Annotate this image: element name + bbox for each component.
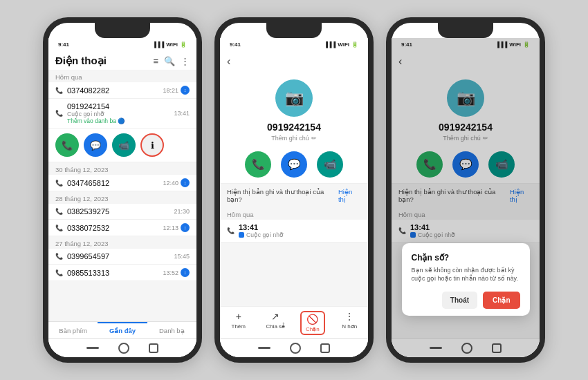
call-number: 0338072532 [67, 224, 160, 232]
p2-header: ‹ [220, 50, 368, 73]
call-number: 0399654597 [67, 252, 171, 260]
table-row[interactable]: 📞 0347465812 12:40 ↕ [48, 175, 196, 191]
table-row[interactable]: 📞 0338072532 12:13 ↕ [48, 220, 196, 236]
call-badge: ↕ [181, 178, 190, 187]
missed-call-icon: 📞 [55, 87, 63, 94]
call-label: Cuộc gọi nhỡ [239, 231, 361, 238]
p2-show-row: Hiện thị bản ghi và thư thoại của bạn? H… [220, 184, 368, 207]
more-icon: ⋮ [344, 311, 354, 322]
show-label: Hiện thị bản ghi và thư thoại của bạn? [227, 188, 338, 203]
call-badge: ↕ [181, 86, 190, 95]
p1-tabs: Bàn phím Gần đây Danh bạ [48, 321, 196, 338]
block-label: Chặn [306, 326, 320, 332]
show-link[interactable]: Hiện thị [338, 188, 361, 203]
p1-section-dec28: 28 tháng 12, 2023 [48, 191, 196, 204]
table-row[interactable]: 📞 0374082282 18:21 ↕ [48, 82, 196, 99]
info-button[interactable]: ℹ [140, 133, 164, 157]
notch-3 [438, 23, 493, 38]
missed-call-icon: 📞 [55, 269, 63, 276]
missed-call-icon: 📞 [55, 253, 63, 260]
p1-more-icon[interactable]: ⋮ [181, 56, 190, 66]
home-bar-circle [118, 343, 129, 354]
confirm-block-button[interactable]: Chặn [483, 292, 520, 309]
block-button[interactable]: 🚫 Chặn [299, 311, 327, 335]
message-button[interactable]: 💬 [84, 133, 107, 157]
tab-keyboard[interactable]: Bàn phím [48, 322, 98, 338]
table-row[interactable]: 📞 0919242154 Cuộc gọi nhỡ Thêm vào danh … [48, 99, 196, 129]
home-bar-line [86, 347, 99, 349]
phone-3: 9:41 ▐▐▐WiFi🔋 ‹ 📷 0919242154 Thêm ghi ch… [386, 17, 545, 363]
video-button[interactable]: 📹 [317, 151, 343, 178]
table-row[interactable]: 📞 0399654597 15:45 [48, 249, 196, 265]
call-time: 18:21 [163, 87, 178, 94]
share-label: Chia sẻ [266, 323, 285, 330]
status-bar-1: 9:41 ▐▐▐WiFi🔋 [48, 38, 196, 50]
notch-2 [266, 23, 322, 38]
table-row[interactable]: 📞 0382539275 21:30 [48, 204, 196, 220]
add-label: Thêm [232, 323, 246, 330]
status-bar-2: 9:41 ▐▐▐WiFi🔋 [220, 38, 368, 50]
call-number: 0374082282 [67, 86, 160, 95]
call-time: 13:52 [163, 269, 178, 276]
p1-header: Điện thoại ≡ 🔍 ⋮ [48, 50, 196, 70]
call-number: 0985513313 [67, 269, 160, 277]
p1-section-dec30: 30 tháng 12, 2023 [48, 162, 196, 175]
call-time: 12:40 [163, 180, 178, 187]
call-time-big: 13:41 [239, 223, 361, 231]
label-dot [239, 232, 244, 238]
p2-bottom-actions: + Thêm ↗ Chia sẻ 🚫 Chặn ⋮ N hơn [220, 306, 368, 338]
add-note-label[interactable]: Thêm ghi chú ✏ [271, 135, 317, 142]
p1-section-homqua: Hôm qua [48, 70, 196, 82]
share-button[interactable]: ↗ Chia sẻ [261, 311, 289, 335]
call-number: 0919242154 [67, 102, 171, 111]
contact-phone-number: 0919242154 [267, 122, 321, 133]
message-button[interactable]: 💬 [281, 151, 307, 178]
call-time: 13:41 [174, 110, 190, 117]
share-icon: ↗ [271, 311, 279, 322]
tab-recent[interactable]: Gần đây [98, 322, 147, 338]
more-button[interactable]: ⋮ N hơn [336, 311, 363, 335]
p2-contact-area: 📷 0919242154 Thêm ghi chú ✏ [220, 73, 368, 147]
call-time: 21:30 [174, 208, 190, 215]
more-label: N hơn [342, 323, 357, 330]
missed-call-icon: 📞 [55, 225, 63, 231]
block-dialog: Chặn số? Bạn sẽ không còn nhận được bất … [402, 243, 530, 316]
pencil-icon: ✏ [311, 135, 317, 142]
block-icon: 🚫 [306, 314, 318, 325]
table-row[interactable]: 📞 13:41 Cuộc gọi nhỡ [220, 220, 368, 243]
p2-call-list: Hôm qua 📞 13:41 Cuộc gọi nhỡ [220, 207, 368, 306]
call-badge: ↕ [181, 223, 190, 232]
notch-1 [95, 23, 150, 38]
add-contact-link[interactable]: Thêm vào danh ba 🔵 [67, 117, 171, 124]
home-bar-square [320, 343, 330, 353]
add-button[interactable]: + Thêm [225, 311, 252, 335]
home-bar-line [258, 347, 270, 349]
dialog-description: Bạn sẽ không còn nhận được bất kỳ cuộc g… [412, 266, 520, 283]
p2-action-row: 📞 💬 📹 [220, 147, 368, 184]
home-bar-square [149, 343, 158, 353]
missed-call-icon: 📞 [55, 110, 63, 117]
table-row[interactable]: 📞 0985513313 13:52 ↕ [48, 265, 196, 281]
p1-sort-icon[interactable]: ≡ [153, 56, 158, 66]
call-number: 0382539275 [67, 207, 171, 216]
call-button[interactable]: 📞 [55, 133, 79, 157]
call-badge: ↕ [181, 268, 190, 277]
missed-call-icon: 📞 [55, 208, 63, 215]
bottom-bar-1 [48, 338, 196, 357]
call-button[interactable]: 📞 [245, 151, 271, 178]
video-button[interactable]: 📹 [112, 133, 136, 157]
call-time: 15:45 [174, 253, 190, 260]
dialog-title: Chặn số? [412, 253, 520, 263]
p1-search-icon[interactable]: 🔍 [164, 56, 175, 66]
tab-contacts[interactable]: Danh bạ [147, 322, 196, 338]
p1-call-list: Hôm qua 📞 0374082282 18:21 ↕ 📞 091924215… [48, 70, 196, 321]
dialog-overlay: Chặn số? Bạn sẽ không còn nhận được bất … [392, 38, 540, 357]
bottom-bar-2 [220, 338, 368, 357]
missed-call-icon-2: 📞 [227, 227, 235, 234]
plus-icon: + [236, 311, 241, 322]
cancel-button[interactable]: Thoát [442, 292, 477, 309]
back-button[interactable]: ‹ [227, 54, 235, 69]
call-number: 0347465812 [67, 179, 160, 187]
phone-1: 9:41 ▐▐▐WiFi🔋 Điện thoại ≡ 🔍 ⋮ Hôm qua [43, 17, 202, 363]
avatar: 📷 [275, 79, 313, 117]
